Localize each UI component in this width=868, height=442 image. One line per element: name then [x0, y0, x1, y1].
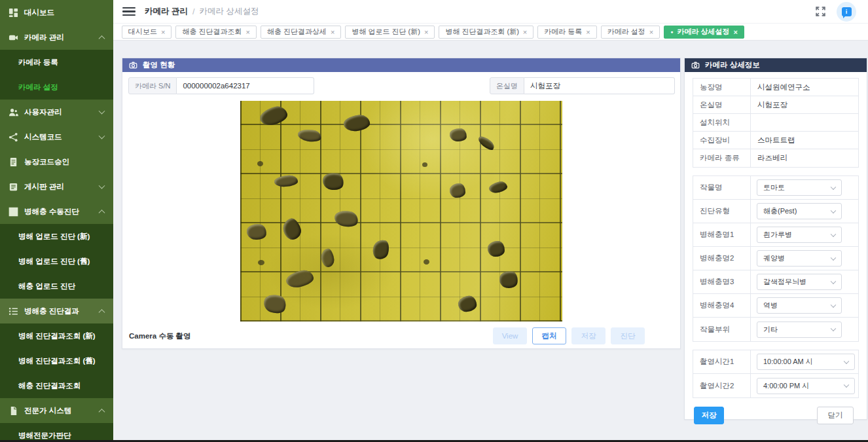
sidebar-item-system-code[interactable]: 시스템코드 [0, 124, 113, 149]
tab-camera-detail-settings[interactable]: ●카메라 상세설정× [664, 26, 744, 39]
diagnosis-label: 병해충명1 [693, 223, 751, 246]
tab-dashboard[interactable]: 대시보드× [122, 26, 172, 39]
tab-disease-upload-new[interactable]: 병해 업로드 진단 (新)× [345, 26, 435, 39]
tab-camera-settings[interactable]: 카메라 설정× [601, 26, 660, 39]
greenhouse-group: 온실명 [490, 77, 675, 94]
sidebar-item-label: 시스템코드 [24, 132, 62, 142]
sidebar-item-farm-code-approve[interactable]: 농장코드승인 [0, 149, 113, 174]
chat-icon[interactable]: i [837, 2, 856, 22]
sidebar-item-label: 병해 업로드 진단 (新) [18, 232, 90, 242]
close-button[interactable]: 닫기 [817, 407, 854, 424]
diagnosis-row: 병해충명4역병 [693, 294, 858, 318]
capture-buttons: View캡처저장진단 [493, 327, 645, 344]
insect [498, 270, 519, 289]
sidebar-item-pest-diag-result[interactable]: 병해충 진단결과 [0, 299, 113, 323]
tab-close-icon[interactable]: × [161, 28, 165, 36]
sidebar-item-label: 전문가 시스템 [24, 406, 71, 416]
diagnosis-row: 작물부위기타 [693, 318, 858, 341]
select-crop[interactable]: 토마토 [757, 179, 842, 196]
select-value: 기타 [763, 325, 778, 335]
camera-details-panel: 카메라 상세정보 농장명시설원예연구소온실명시험포장설치위치수집장비스마트트랩카… [684, 58, 867, 420]
list-icon [9, 306, 18, 316]
insect [285, 268, 315, 289]
sidebar-item-dashboard[interactable]: 대시보드 [0, 0, 113, 25]
camera-info-row: 온실명시험포장 [693, 96, 858, 114]
sidebar-item-disease-result-old[interactable]: 병해 진단결과조회 (舊) [0, 348, 113, 373]
diagnosis-row: 작물명토마토 [693, 176, 858, 200]
select-time1[interactable]: 10:00:00 AM 시 [757, 354, 855, 370]
view-button[interactable]: View [493, 327, 527, 344]
capture-time-label: 촬영시간2 [693, 374, 751, 397]
camera-icon [9, 33, 18, 43]
camera-info-label: 농장명 [693, 79, 751, 96]
open-tabs-bar: 대시보드×해충 진단결과조회×해충 진단결과상세×병해 업로드 진단 (新)×병… [113, 24, 868, 41]
tab-pest-result-detail[interactable]: 해충 진단결과상세× [261, 26, 342, 39]
tab-close-icon[interactable]: × [734, 28, 738, 36]
save-button[interactable]: 저장 [694, 407, 724, 424]
sidebar-item-board-mgmt[interactable]: 게시판 관리 [0, 174, 113, 199]
camera-info-row: 수집장비스마트트랩 [693, 132, 858, 149]
capture-panel-title: 촬영 현황 [143, 60, 175, 70]
select-pest3[interactable]: 갈색점무늬병 [757, 274, 842, 290]
sidebar-item-label: 병해전문가판단 [18, 431, 71, 441]
sidebar-item-label: 해충 진단결과조회 [18, 381, 81, 391]
sidebar-item-expert-system[interactable]: 전문가 시스템 [0, 398, 113, 423]
menu-toggle-icon[interactable] [122, 5, 136, 18]
sidebar-item-disease-expert-judge[interactable]: 병해전문가판단 [0, 423, 113, 442]
save-button[interactable]: 저장 [571, 327, 606, 344]
select-time2[interactable]: 4:00:00 PM 시 [757, 378, 855, 394]
insect [281, 217, 304, 242]
tab-close-icon[interactable]: × [649, 28, 653, 36]
sidebar: 대시보드카메라 관리카메라 등록카메라 설정사용자관리시스템코드농장코드승인게시… [0, 0, 113, 442]
select-diag-type[interactable]: 해충(Pest) [757, 203, 842, 219]
sidebar-item-disease-result-new[interactable]: 병해 진단결과조회 (新) [0, 323, 113, 348]
capture-time-row: 촬영시간110:00:00 AM 시 [693, 350, 858, 374]
sidebar-item-label: 병해충 수동진단 [24, 207, 79, 217]
sidebar-item-camera-settings[interactable]: 카메라 설정 [0, 75, 113, 100]
sidebar-item-camera-register[interactable]: 카메라 등록 [0, 50, 113, 75]
select-value: 해충(Pest) [763, 206, 797, 216]
diagnose-button[interactable]: 진단 [611, 327, 645, 344]
sidebar-item-pest-manual-diag[interactable]: 병해충 수동진단 [0, 199, 113, 224]
chevron-down-icon [831, 184, 836, 189]
camera-info-label: 수집장비 [693, 132, 751, 149]
tab-close-icon[interactable]: × [246, 28, 250, 36]
fullscreen-icon[interactable] [815, 6, 826, 17]
insect [333, 209, 359, 229]
sidebar-item-user-mgmt[interactable]: 사용자관리 [0, 100, 113, 124]
tab-close-icon[interactable]: × [331, 28, 335, 36]
sidebar-item-camera-mgmt[interactable]: 카메라 관리 [0, 25, 113, 50]
camera-sn-input[interactable] [177, 77, 314, 94]
insect [258, 260, 264, 265]
capture-button[interactable]: 캡처 [532, 327, 566, 344]
greenhouse-input[interactable] [524, 77, 675, 94]
insect [488, 241, 505, 257]
sidebar-nav: 대시보드카메라 관리카메라 등록카메라 설정사용자관리시스템코드농장코드승인게시… [0, 0, 113, 442]
diagnosis-row: 병해충명1흰가루병 [693, 223, 858, 247]
camera-info-row: 카메라 종류라즈베리 [693, 149, 858, 167]
sidebar-item-label: 병해충 진단결과 [24, 306, 79, 316]
sidebar-item-label: 카메라 설정 [18, 83, 58, 92]
share-icon [9, 132, 18, 142]
camera-info-row: 농장명시설원예연구소 [693, 79, 858, 96]
tab-pest-result[interactable]: 해충 진단결과조회× [175, 26, 257, 39]
select-pest2[interactable]: 궤양병 [757, 250, 842, 267]
select-pest1[interactable]: 흰가루병 [757, 227, 842, 243]
sidebar-item-label: 해충 업로드 진단 [18, 282, 75, 291]
tab-disease-result-new[interactable]: 병해 진단결과조회 (新)× [439, 26, 533, 39]
tab-camera-register[interactable]: 카메라 등록× [537, 26, 597, 39]
dashboard-icon [9, 8, 18, 18]
sidebar-item-pest-upload[interactable]: 해충 업로드 진단 [0, 274, 113, 299]
sidebar-item-disease-upload-old[interactable]: 병해 업로드 진단 (舊) [0, 249, 113, 274]
sidebar-item-pest-result[interactable]: 해충 진단결과조회 [0, 373, 113, 398]
select-pest4[interactable]: 역병 [757, 297, 842, 314]
insect [257, 161, 263, 166]
chevron-down-icon [831, 326, 836, 331]
tab-close-icon[interactable]: × [424, 28, 428, 36]
select-value: 토마토 [763, 183, 785, 193]
select-crop-part[interactable]: 기타 [757, 322, 842, 338]
tab-close-icon[interactable]: × [523, 28, 527, 36]
tab-close-icon[interactable]: × [586, 28, 590, 36]
sidebar-item-disease-upload-new[interactable]: 병해 업로드 진단 (新) [0, 224, 113, 249]
chevron-up-icon [99, 210, 105, 216]
